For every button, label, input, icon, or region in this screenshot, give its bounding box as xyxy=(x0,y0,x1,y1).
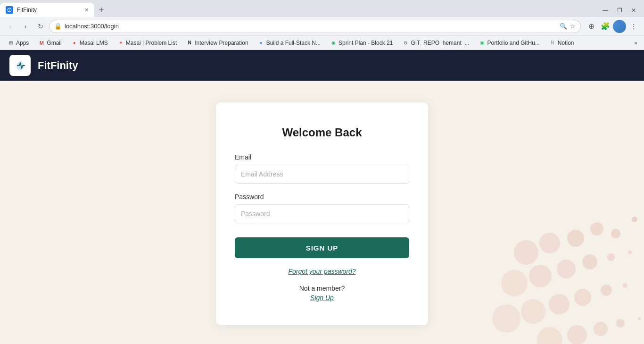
email-label: Email xyxy=(235,153,409,161)
svg-point-5 xyxy=(567,230,584,247)
forgot-password-link[interactable]: Forgot your password? xyxy=(235,268,409,275)
active-tab[interactable]: FitFinity × xyxy=(0,3,94,17)
svg-point-13 xyxy=(501,270,528,296)
bookmark-apps-label: Apps xyxy=(16,40,29,46)
bookmark-notion[interactable]: N Notion xyxy=(545,39,578,47)
svg-point-22 xyxy=(594,322,608,336)
main-content: Welcome Back Email Password SIGN UP Forg… xyxy=(0,81,644,344)
svg-point-11 xyxy=(557,260,576,278)
sign-up-button[interactable]: SIGN UP xyxy=(235,237,409,258)
svg-point-16 xyxy=(574,289,591,306)
svg-point-10 xyxy=(582,254,597,269)
svg-point-23 xyxy=(567,325,587,344)
bookmark-interview-label: Interview Preparation xyxy=(195,40,248,46)
bookmark-apps[interactable]: ⊞ Apps xyxy=(4,39,33,47)
bookmark-portfolio[interactable]: ▣ Portfolio and GitHu... xyxy=(475,39,543,47)
app-name: FitFinity xyxy=(38,59,78,72)
maximize-button[interactable]: ❐ xyxy=(613,4,626,17)
extensions-icon[interactable]: ⊕ xyxy=(585,20,598,33)
bookmark-full-stack-label: Build a Full-Stack N... xyxy=(266,40,321,46)
svg-point-4 xyxy=(590,222,603,235)
window-controls: — ❐ ✕ xyxy=(599,4,644,17)
back-button[interactable]: ‹ xyxy=(4,20,17,33)
app-logo xyxy=(9,55,31,76)
browser-chrome: FitFinity × + — ❐ ✕ ‹ › ↻ 🔒 localhost:30… xyxy=(0,0,644,50)
svg-point-20 xyxy=(638,317,641,320)
bookmark-masai-lms-label: Masai LMS xyxy=(80,40,108,46)
bookmark-star-icon[interactable]: ☆ xyxy=(570,23,576,30)
bookmarks-bar: ⊞ Apps M Gmail ● Masai LMS ✦ Masai | Pro… xyxy=(0,36,644,50)
bookmark-masai-problems-label: Masai | Problem List xyxy=(126,40,177,46)
bookmarks-more-button[interactable]: » xyxy=(631,39,640,47)
masai-problems-favicon: ✦ xyxy=(117,40,124,46)
forward-button[interactable]: › xyxy=(19,20,32,33)
password-label: Password xyxy=(235,193,409,201)
sign-in-link[interactable]: Sign Up xyxy=(235,294,409,302)
portfolio-favicon: ▣ xyxy=(479,40,485,46)
bookmark-masai-lms[interactable]: ● Masai LMS xyxy=(67,39,112,47)
svg-point-3 xyxy=(611,229,620,238)
bookmark-sprint-plan-label: Sprint Plan - Block 21 xyxy=(339,40,393,46)
password-form-group: Password xyxy=(235,193,409,223)
svg-point-17 xyxy=(549,294,570,315)
new-tab-button[interactable]: + xyxy=(94,3,108,17)
svg-point-9 xyxy=(607,253,615,261)
svg-point-19 xyxy=(492,304,520,333)
svg-point-18 xyxy=(521,299,545,324)
full-stack-favicon: ● xyxy=(258,40,264,46)
notion-favicon: N xyxy=(549,40,556,46)
menu-icon[interactable]: ⋮ xyxy=(627,20,640,33)
password-input[interactable] xyxy=(235,204,409,223)
bookmark-interview-prep[interactable]: N Interview Preparation xyxy=(182,39,252,47)
svg-point-0 xyxy=(9,9,10,11)
bookmark-full-stack[interactable]: ● Build a Full-Stack N... xyxy=(254,39,324,47)
search-icon[interactable]: 🔍 xyxy=(560,23,567,30)
tab-title: FitFinity xyxy=(17,7,81,13)
svg-point-21 xyxy=(616,319,625,327)
git-repo-favicon: ⊙ xyxy=(402,40,409,46)
svg-point-7 xyxy=(514,240,538,265)
bookmark-notion-label: Notion xyxy=(558,40,574,46)
masai-lms-favicon: ● xyxy=(71,40,78,46)
bookmark-gmail[interactable]: M Gmail xyxy=(34,39,65,47)
email-input[interactable] xyxy=(235,165,409,184)
interview-favicon: N xyxy=(186,40,193,46)
app-header: FitFinity xyxy=(0,50,644,81)
not-member-section: Not a member? Sign Up xyxy=(235,285,409,302)
login-title: Welcome Back xyxy=(235,126,409,139)
svg-point-8 xyxy=(628,251,632,254)
tab-bar: FitFinity × + — ❐ ✕ xyxy=(0,0,644,17)
address-bar[interactable]: 🔒 localhost:3000/login 🔍 ☆ xyxy=(49,20,581,33)
svg-point-24 xyxy=(537,327,562,344)
bookmark-portfolio-label: Portfolio and GitHu... xyxy=(487,40,539,46)
svg-point-15 xyxy=(601,285,612,296)
gmail-favicon: M xyxy=(38,40,45,46)
profile-avatar[interactable] xyxy=(613,20,626,33)
sprint-plan-favicon: ◉ xyxy=(330,40,337,46)
apps-favicon: ⊞ xyxy=(8,40,14,46)
svg-point-2 xyxy=(632,217,637,222)
bookmark-git-repo[interactable]: ⊙ GIT_REPO_hemant_... xyxy=(398,39,473,47)
bookmark-masai-problems[interactable]: ✦ Masai | Problem List xyxy=(114,39,181,47)
email-form-group: Email xyxy=(235,153,409,184)
minimize-button[interactable]: — xyxy=(599,4,612,17)
close-window-button[interactable]: ✕ xyxy=(627,4,640,17)
bookmark-git-repo-label: GIT_REPO_hemant_... xyxy=(411,40,469,46)
decorative-dots xyxy=(455,205,644,344)
tab-close-button[interactable]: × xyxy=(85,6,89,14)
svg-point-6 xyxy=(539,233,560,253)
svg-point-12 xyxy=(529,265,552,287)
address-bar-icons: 🔍 ☆ xyxy=(560,23,576,30)
url-text: localhost:3000/login xyxy=(65,23,557,30)
refresh-button[interactable]: ↻ xyxy=(34,20,47,33)
login-card: Welcome Back Email Password SIGN UP Forg… xyxy=(216,102,428,325)
user-avatar-image xyxy=(613,20,626,33)
not-member-text: Not a member? xyxy=(299,285,345,292)
svg-point-14 xyxy=(623,283,627,288)
bookmark-gmail-label: Gmail xyxy=(47,40,61,46)
nav-bar: ‹ › ↻ 🔒 localhost:3000/login 🔍 ☆ ⊕ 🧩 ⋮ xyxy=(0,17,644,36)
tab-favicon xyxy=(6,6,13,14)
toolbar-icons: ⊕ 🧩 ⋮ xyxy=(585,20,640,33)
bookmark-sprint-plan[interactable]: ◉ Sprint Plan - Block 21 xyxy=(326,39,396,47)
chrome-extensions-icon[interactable]: 🧩 xyxy=(599,20,612,33)
